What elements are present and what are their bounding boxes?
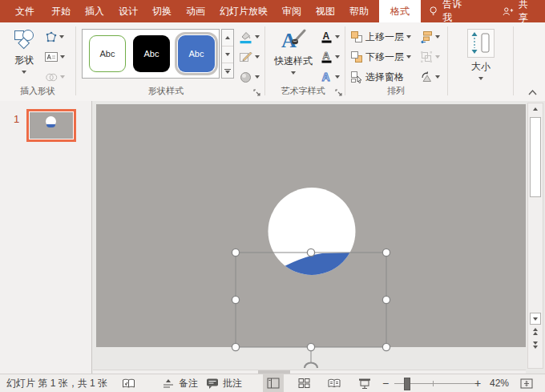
previous-slide-button[interactable] bbox=[528, 328, 543, 335]
shape-style-black[interactable]: Abc bbox=[133, 35, 170, 72]
text-outline-button[interactable]: A bbox=[321, 49, 340, 65]
send-backward-button[interactable]: 下移一层 bbox=[350, 49, 411, 65]
tabbar-right: 告诉我 共享 bbox=[421, 0, 545, 22]
vertical-scrollbar[interactable] bbox=[527, 103, 543, 369]
gallery-more-button[interactable] bbox=[222, 63, 233, 79]
zoom-in-button[interactable]: + bbox=[474, 374, 481, 392]
insert-shapes-group-label: 插入形状 bbox=[0, 85, 75, 97]
gallery-scroll-up[interactable] bbox=[222, 30, 233, 46]
bring-forward-dropdown-arrow bbox=[406, 35, 411, 38]
zoom-slider-thumb[interactable] bbox=[404, 378, 410, 390]
rotate-button[interactable] bbox=[420, 69, 440, 85]
tab-design[interactable]: 设计 bbox=[111, 0, 145, 22]
vertical-scrollbar-thumb[interactable] bbox=[530, 117, 541, 197]
spell-check-button[interactable] bbox=[122, 374, 135, 392]
slide-thumbnail-panel[interactable]: 1 bbox=[0, 101, 92, 374]
group-objects-button[interactable] bbox=[420, 49, 440, 65]
merge-shapes-button[interactable] bbox=[45, 69, 65, 85]
send-backward-icon bbox=[350, 51, 363, 63]
shape-fill-button[interactable] bbox=[239, 29, 260, 45]
shape-outline-dropdown-arrow bbox=[255, 55, 260, 59]
svg-text:A: A bbox=[323, 51, 330, 62]
shape-styles-gallery: Abc Abc Abc bbox=[82, 29, 220, 79]
quick-styles-button[interactable]: A 快速样式 bbox=[271, 25, 316, 75]
normal-view-button[interactable] bbox=[263, 374, 284, 392]
tell-me-button[interactable]: 告诉我 bbox=[421, 0, 474, 22]
more-bar-icon bbox=[224, 69, 231, 71]
zoom-out-button[interactable]: − bbox=[382, 374, 389, 392]
gallery-scroll-controls bbox=[221, 29, 234, 79]
gallery-scroll-down[interactable] bbox=[222, 46, 233, 63]
group-divider bbox=[447, 26, 448, 95]
tab-format[interactable]: 格式 bbox=[379, 0, 421, 22]
plus-icon: + bbox=[474, 377, 481, 390]
slide-sorter-view-button[interactable] bbox=[293, 374, 314, 392]
shape-style-blue-selected[interactable]: Abc bbox=[178, 35, 215, 72]
rotation-handle[interactable] bbox=[305, 363, 317, 369]
up-arrow-icon bbox=[533, 107, 538, 111]
share-button[interactable]: 共享 bbox=[495, 0, 542, 22]
text-fill-button[interactable]: A bbox=[321, 29, 340, 45]
tab-insert[interactable]: 插入 bbox=[78, 0, 111, 22]
slideshow-icon bbox=[358, 378, 371, 390]
share-label: 共享 bbox=[519, 0, 534, 25]
size-dropdown-arrow bbox=[478, 77, 483, 80]
fit-to-window-icon bbox=[520, 378, 533, 390]
shape-outline-icon bbox=[239, 51, 252, 64]
notes-button[interactable]: 备注 bbox=[162, 374, 198, 392]
slideshow-view-button[interactable] bbox=[354, 374, 375, 392]
shape-outline-button[interactable] bbox=[239, 49, 260, 65]
text-effects-icon: A bbox=[321, 71, 333, 83]
person-add-icon bbox=[503, 6, 514, 18]
collapse-ribbon-chevron[interactable] bbox=[527, 89, 538, 95]
scroll-down-button[interactable] bbox=[530, 313, 541, 325]
slide-canvas[interactable] bbox=[96, 104, 526, 347]
notes-icon bbox=[162, 378, 175, 389]
edit-shape-button[interactable] bbox=[45, 29, 64, 45]
size-button[interactable]: 大小 bbox=[458, 25, 503, 80]
scroll-up-button[interactable] bbox=[528, 107, 543, 111]
shapes-button[interactable]: 形状 bbox=[6, 25, 42, 74]
bring-forward-button[interactable]: 上移一层 bbox=[350, 29, 411, 45]
shape-style-white-outline[interactable]: Abc bbox=[89, 35, 126, 72]
group-objects-dropdown-arrow bbox=[435, 55, 440, 59]
text-outline-icon: A bbox=[321, 51, 333, 63]
tab-home[interactable]: 开始 bbox=[44, 0, 78, 22]
rotate-dropdown-arrow bbox=[435, 75, 440, 79]
slide-sorter-icon bbox=[298, 378, 310, 389]
edit-shape-icon bbox=[45, 31, 57, 43]
selection-pane-button[interactable]: 选择窗格 bbox=[350, 69, 404, 85]
shape-styles-dialog-launcher[interactable] bbox=[253, 89, 261, 97]
tab-animations[interactable]: 动画 bbox=[179, 0, 212, 22]
shapes-icon bbox=[12, 29, 36, 51]
text-box-button[interactable] bbox=[45, 49, 65, 65]
tab-review[interactable]: 审阅 bbox=[275, 0, 309, 22]
lightbulb-icon bbox=[429, 5, 438, 18]
status-bar: 幻灯片 第 1 张，共 1 张 备注 批注 bbox=[0, 374, 545, 392]
merge-shapes-icon bbox=[45, 72, 58, 83]
align-button[interactable] bbox=[420, 29, 440, 45]
svg-text:A: A bbox=[323, 30, 330, 42]
tab-transitions[interactable]: 切换 bbox=[145, 0, 179, 22]
slide-number: 1 bbox=[14, 113, 19, 125]
comments-button[interactable]: 批注 bbox=[206, 374, 242, 392]
arrange-group-label: 排列 bbox=[345, 85, 447, 97]
more-arrow-icon bbox=[225, 71, 230, 74]
wordart-dialog-launcher[interactable] bbox=[335, 89, 343, 97]
reading-view-button[interactable] bbox=[324, 374, 345, 392]
tab-file[interactable]: 文件 bbox=[6, 0, 44, 22]
next-slide-button[interactable] bbox=[528, 341, 543, 349]
fit-to-window-button[interactable] bbox=[520, 374, 533, 392]
text-effects-dropdown-arrow bbox=[335, 75, 340, 79]
slide-1-thumbnail[interactable] bbox=[29, 111, 74, 139]
tab-view[interactable]: 视图 bbox=[309, 0, 342, 22]
shape-effects-button[interactable] bbox=[239, 69, 260, 85]
tab-slideshow[interactable]: 幻灯片放映 bbox=[212, 0, 275, 22]
text-effects-button[interactable]: A bbox=[321, 69, 340, 85]
text-box-icon bbox=[45, 51, 58, 63]
workspace: 1 bbox=[0, 101, 545, 374]
zoom-level[interactable]: 42% bbox=[490, 374, 509, 392]
size-icon bbox=[467, 29, 495, 58]
text-outline-dropdown-arrow bbox=[335, 55, 340, 59]
tab-help[interactable]: 帮助 bbox=[342, 0, 376, 22]
